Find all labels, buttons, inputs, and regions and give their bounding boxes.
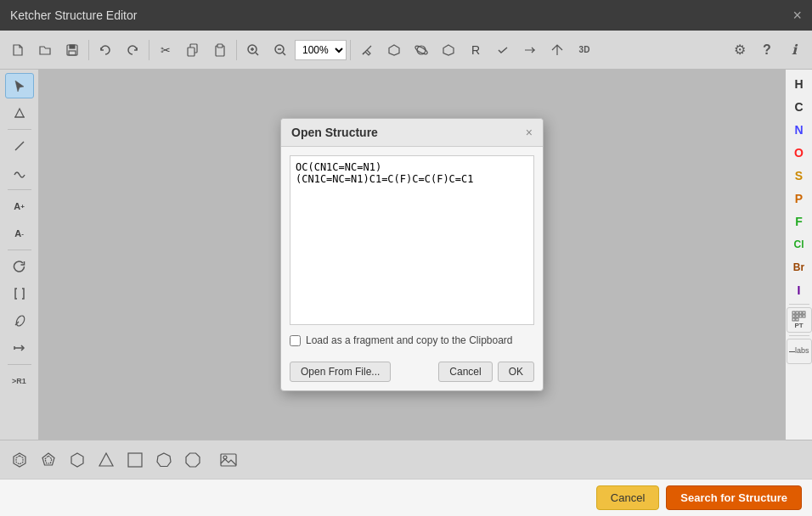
new-file-button[interactable] xyxy=(5,37,31,63)
help-button[interactable]: ? xyxy=(754,37,780,63)
svg-marker-34 xyxy=(16,456,23,464)
open-structure-modal: Open Structure × Load as a fragment and … xyxy=(280,118,544,391)
element-O-button[interactable]: O xyxy=(787,142,812,164)
svg-rect-25 xyxy=(799,311,802,314)
smiles-input[interactable] xyxy=(290,155,534,325)
erase-tool-button[interactable] xyxy=(5,100,34,126)
modal-checkbox-row: Load as a fragment and copy to the Clipb… xyxy=(290,334,534,346)
svg-rect-29 xyxy=(799,315,802,317)
diamond-btn[interactable] xyxy=(65,447,90,473)
svg-marker-17 xyxy=(443,45,454,55)
svg-marker-38 xyxy=(99,453,113,466)
settings-button[interactable]: ⚙ xyxy=(727,37,753,63)
element-H-button[interactable]: H xyxy=(787,73,812,95)
save-file-button[interactable] xyxy=(59,37,85,63)
svg-rect-24 xyxy=(796,311,798,314)
bracket-tool-button[interactable] xyxy=(5,281,34,306)
copy-button[interactable] xyxy=(180,37,206,63)
element-I-button[interactable]: I xyxy=(787,279,812,301)
toolbar-sep-3 xyxy=(236,40,237,60)
stereo-button[interactable] xyxy=(544,37,570,63)
image-insert-btn[interactable] xyxy=(216,447,241,473)
element-Cl-button[interactable]: Cl xyxy=(787,233,812,255)
bond-tool-button[interactable] xyxy=(5,133,34,159)
modal-checkbox-label[interactable]: Load as a fragment and copy to the Clipb… xyxy=(306,334,513,346)
octagon-btn[interactable] xyxy=(180,447,206,473)
rgroup-button[interactable]: R xyxy=(463,37,488,63)
left-sidebar: A+ A- xyxy=(0,70,39,440)
element-Br-button[interactable]: Br xyxy=(787,256,812,278)
svg-rect-6 xyxy=(217,44,223,48)
content-area: A+ A- xyxy=(0,70,812,440)
title-bar-title: Ketcher Structure Editor xyxy=(10,8,137,22)
svg-rect-2 xyxy=(69,51,76,55)
element-C-button[interactable]: C xyxy=(787,96,812,118)
3d-button[interactable]: 3D xyxy=(572,37,597,63)
toolbar-sep-1 xyxy=(88,40,89,60)
close-button[interactable]: × xyxy=(792,8,802,23)
title-bar: Ketcher Structure Editor × xyxy=(0,0,812,31)
cut-button[interactable]: ✂ xyxy=(153,37,178,63)
text-increase-button[interactable]: A+ xyxy=(5,194,34,219)
modal-ok-button[interactable]: OK xyxy=(498,362,534,382)
svg-rect-4 xyxy=(188,48,195,56)
element-N-button[interactable]: N xyxy=(787,119,812,141)
footer-bar: Cancel Search for Structure xyxy=(0,479,812,516)
svg-rect-27 xyxy=(792,315,795,317)
svg-marker-37 xyxy=(71,453,83,467)
pentagon-ring-btn[interactable] xyxy=(36,447,61,473)
reaction-button[interactable] xyxy=(517,37,543,63)
square-btn[interactable] xyxy=(122,447,148,473)
atom-button[interactable] xyxy=(409,37,434,63)
modal-cancel-button[interactable]: Cancel xyxy=(438,362,492,382)
zoom-out-button[interactable] xyxy=(268,37,293,63)
chain-tool-button[interactable] xyxy=(5,160,34,186)
zoom-select[interactable]: 100% 50% 75% 150% 200% xyxy=(295,40,347,60)
element-P-button[interactable]: P xyxy=(787,188,812,210)
paste-button[interactable] xyxy=(207,37,233,63)
hexagon-btn[interactable] xyxy=(7,447,32,473)
rotate-tool-button[interactable] xyxy=(5,254,34,279)
modal-footer: Open From File... Cancel OK xyxy=(281,362,543,390)
heptagon-btn[interactable] xyxy=(151,447,177,473)
text-decrease-button[interactable]: A- xyxy=(5,221,34,246)
svg-rect-28 xyxy=(796,315,798,317)
about-button[interactable]: ℹ xyxy=(781,37,807,63)
labs-button[interactable]: labs xyxy=(787,339,812,364)
modal-close-button[interactable]: × xyxy=(526,126,533,138)
zoom-in-button[interactable] xyxy=(240,37,266,63)
check-button[interactable] xyxy=(490,37,516,63)
svg-rect-1 xyxy=(70,45,75,48)
fragment-checkbox[interactable] xyxy=(290,335,301,346)
editor-area: ✂ 100% 50% 75% 150% 200% xyxy=(0,31,812,479)
svg-line-12 xyxy=(283,53,285,55)
modal-title: Open Structure xyxy=(291,126,378,139)
search-for-structure-button[interactable]: Search for Structure xyxy=(666,485,802,510)
sgroup-button[interactable] xyxy=(436,37,461,63)
periodic-table-button[interactable]: PT xyxy=(787,307,812,333)
rgroup-label-button[interactable]: >R1 xyxy=(5,368,34,394)
modal-body: Load as a fragment and copy to the Clipb… xyxy=(281,147,543,362)
redo-button[interactable] xyxy=(120,37,145,63)
bottom-toolbar xyxy=(0,440,812,479)
svg-rect-30 xyxy=(803,315,805,317)
modal-overlay: Open Structure × Load as a fragment and … xyxy=(39,70,785,440)
attachment-button[interactable] xyxy=(5,308,34,334)
aromatic-button[interactable] xyxy=(381,37,407,63)
open-file-button[interactable] xyxy=(32,37,58,63)
clean-button[interactable] xyxy=(354,37,380,63)
undo-button[interactable] xyxy=(93,37,118,63)
element-S-button[interactable]: S xyxy=(787,165,812,187)
open-from-file-button[interactable]: Open From File... xyxy=(290,362,391,382)
canvas-area[interactable]: Open Structure × Load as a fragment and … xyxy=(39,70,785,440)
element-sep xyxy=(789,304,809,305)
select-tool-button[interactable] xyxy=(5,73,34,98)
right-element-panel: H C N O S P F Cl Br I PT labs xyxy=(785,70,812,440)
triangle-btn[interactable] xyxy=(93,447,119,473)
sidebar-sep-2 xyxy=(8,189,31,190)
svg-marker-40 xyxy=(157,453,171,467)
element-F-button[interactable]: F xyxy=(787,210,812,233)
footer-cancel-button[interactable]: Cancel xyxy=(596,485,659,510)
labs-sep xyxy=(789,335,809,336)
arrow-tool-button[interactable] xyxy=(5,335,34,361)
